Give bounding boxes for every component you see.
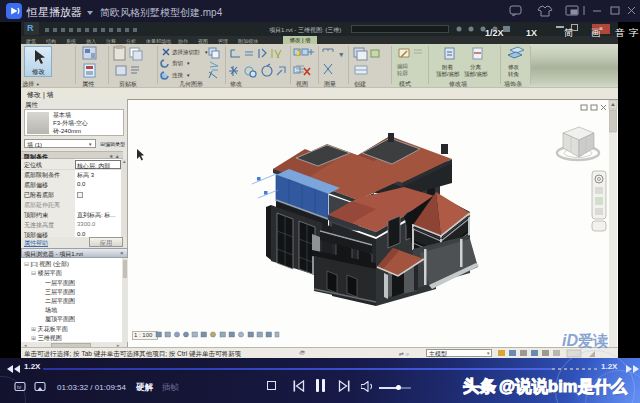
svg-text:转角: 转角 (508, 71, 519, 77)
svg-text:分离: 分离 (470, 64, 482, 70)
svg-text:轮廓: 轮廓 (397, 70, 409, 77)
svg-text:附着: 附着 (442, 64, 454, 71)
svg-text:剪切: 剪切 (172, 60, 183, 67)
svg-text:▼: ▼ (186, 73, 190, 78)
svg-text:顶部/底部: 顶部/底部 (464, 71, 488, 78)
svg-text:▼: ▼ (204, 50, 208, 55)
svg-text:连接: 连接 (172, 72, 184, 79)
svg-text:▼: ▼ (339, 52, 343, 57)
svg-text:顶部/底部: 顶部/底部 (436, 71, 460, 78)
svg-text:tv: tv (17, 384, 21, 390)
svg-text:选择涂切割: 选择涂切割 (172, 49, 200, 56)
svg-text:修改: 修改 (508, 64, 520, 70)
svg-text:编辑: 编辑 (397, 63, 409, 69)
svg-text:▼: ▼ (186, 61, 190, 66)
